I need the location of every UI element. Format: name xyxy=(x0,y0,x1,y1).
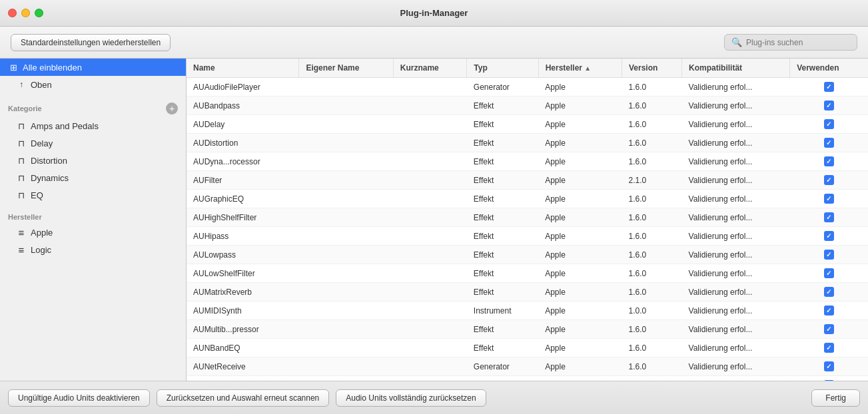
table-row: AUGraphicEQ Effekt Apple 1.6.0 Validieru… xyxy=(187,190,868,208)
sidebar: ⊞ Alle einblenden ↑ Oben Kategorie + Amp… xyxy=(0,59,187,381)
cell-manufacturer: Apple xyxy=(538,97,622,115)
cell-use[interactable] xyxy=(790,190,868,208)
use-checkbox[interactable] xyxy=(824,194,834,204)
use-checkbox[interactable] xyxy=(824,231,834,241)
use-checkbox[interactable] xyxy=(824,268,834,278)
use-checkbox[interactable] xyxy=(824,287,834,297)
cell-type: Effekt xyxy=(467,134,538,152)
cell-use[interactable] xyxy=(790,152,868,171)
use-checkbox[interactable] xyxy=(824,156,834,166)
sidebar-item-all[interactable]: ⊞ Alle einblenden xyxy=(0,59,186,76)
use-checkbox[interactable] xyxy=(824,175,834,185)
cell-use[interactable] xyxy=(790,302,868,320)
use-checkbox[interactable] xyxy=(824,324,834,334)
cell-type: Effekt xyxy=(467,320,538,339)
reset-defaults-button[interactable]: Standardeinstellungen wiederherstellen xyxy=(11,34,171,51)
cell-short-name xyxy=(393,134,467,152)
sidebar-item-up[interactable]: ↑ Oben xyxy=(0,76,186,93)
main-layout: ⊞ Alle einblenden ↑ Oben Kategorie + Amp… xyxy=(0,59,868,381)
sidebar-item-apple[interactable]: Apple xyxy=(0,224,186,241)
col-header-version[interactable]: Version xyxy=(622,59,682,78)
cell-type: Generator xyxy=(467,78,538,97)
col-header-kurzname[interactable]: Kurzname xyxy=(393,59,467,78)
search-input[interactable] xyxy=(746,38,850,47)
cell-name: AUFilter xyxy=(187,171,299,190)
deactivate-invalid-button[interactable]: Ungültige Audio Units deaktivieren xyxy=(8,389,150,407)
col-header-hersteller[interactable]: Hersteller ▲ xyxy=(538,59,622,78)
table-row: AUHighShelfFilter Effekt Apple 1.6.0 Val… xyxy=(187,208,868,227)
cell-short-name xyxy=(393,190,467,208)
sidebar-item-distortion[interactable]: Distortion xyxy=(0,152,186,169)
cell-type: Effekt xyxy=(467,246,538,264)
cell-name: AUAudioFilePlayer xyxy=(187,78,299,97)
cell-use[interactable] xyxy=(790,134,868,152)
cell-custom-name xyxy=(299,246,393,264)
cell-use[interactable] xyxy=(790,357,868,376)
cell-short-name xyxy=(393,171,467,190)
maximize-button[interactable] xyxy=(35,9,43,17)
sidebar-item-eq[interactable]: EQ xyxy=(0,186,186,204)
cell-name: AUMultib...pressor xyxy=(187,320,299,339)
sidebar-item-logic[interactable]: Logic xyxy=(0,241,186,258)
table-row: AUAudioFilePlayer Generator Apple 1.6.0 … xyxy=(187,78,868,97)
cell-use[interactable] xyxy=(790,376,868,381)
cell-use[interactable] xyxy=(790,171,868,190)
use-checkbox[interactable] xyxy=(824,212,834,222)
use-checkbox[interactable] xyxy=(824,343,834,353)
cell-type: Generator xyxy=(467,357,538,376)
cell-compatibility: Validierung erfol... xyxy=(682,97,790,115)
col-header-name[interactable]: Name xyxy=(187,59,299,78)
cell-custom-name xyxy=(299,115,393,134)
use-checkbox[interactable] xyxy=(824,306,834,315)
col-header-kompatibilitat[interactable]: Kompatibilität xyxy=(682,59,790,78)
use-checkbox[interactable] xyxy=(824,101,834,110)
cell-manufacturer: Apple xyxy=(538,208,622,227)
cell-use[interactable] xyxy=(790,97,868,115)
col-header-eigener-name[interactable]: Eigener Name xyxy=(299,59,393,78)
done-button[interactable]: Fertig xyxy=(811,389,860,407)
cell-compatibility: Validierung erfol... xyxy=(682,320,790,339)
window-title: Plug-in-Manager xyxy=(400,8,468,18)
minimize-button[interactable] xyxy=(21,9,30,17)
close-button[interactable] xyxy=(8,9,17,17)
reset-scan-button[interactable]: Zurücksetzen und Auswahl erneut scannen xyxy=(157,389,329,407)
search-box[interactable]: 🔍 xyxy=(724,34,857,51)
cell-name: AUBandpass xyxy=(187,97,299,115)
use-checkbox[interactable] xyxy=(824,119,834,129)
use-checkbox[interactable] xyxy=(824,250,834,260)
cell-use[interactable] xyxy=(790,208,868,227)
sidebar-item-dynamics[interactable]: Dynamics xyxy=(0,169,186,186)
cell-use[interactable] xyxy=(790,227,868,246)
cell-use[interactable] xyxy=(790,283,868,302)
cell-short-name xyxy=(393,78,467,97)
table-row: AULowpass Effekt Apple 1.6.0 Validierung… xyxy=(187,246,868,264)
cell-use[interactable] xyxy=(790,339,868,357)
cell-manufacturer: Apple xyxy=(538,376,622,381)
cell-version: 1.6.0 xyxy=(622,78,682,97)
sidebar-item-amps[interactable]: Amps and Pedals xyxy=(0,117,186,134)
cell-name: AUDyna...rocessor xyxy=(187,152,299,171)
cell-use[interactable] xyxy=(790,246,868,264)
cell-manufacturer: Apple xyxy=(538,283,622,302)
manufacturer-label: Hersteller xyxy=(8,213,42,221)
cell-custom-name xyxy=(299,283,393,302)
sidebar-item-delay[interactable]: Delay xyxy=(0,134,186,152)
cell-use[interactable] xyxy=(790,264,868,283)
table-row: AUDyna...rocessor Effekt Apple 1.6.0 Val… xyxy=(187,152,868,171)
cell-use[interactable] xyxy=(790,320,868,339)
cell-use[interactable] xyxy=(790,78,868,97)
col-header-verwenden[interactable]: Verwenden xyxy=(790,59,868,78)
use-checkbox[interactable] xyxy=(824,82,834,92)
add-category-button[interactable]: + xyxy=(166,103,178,114)
reset-all-button[interactable]: Audio Units vollständig zurücksetzen xyxy=(336,389,486,407)
cell-custom-name xyxy=(299,171,393,190)
cell-compatibility: Validierung erfol... xyxy=(682,246,790,264)
col-header-typ[interactable]: Typ xyxy=(467,59,538,78)
cell-custom-name xyxy=(299,264,393,283)
use-checkbox[interactable] xyxy=(824,361,834,371)
toolbar: Standardeinstellungen wiederherstellen 🔍 xyxy=(0,27,868,59)
cell-short-name xyxy=(393,246,467,264)
table-wrapper[interactable]: Name Eigener Name Kurzname Typ Herstelle… xyxy=(187,59,868,381)
cell-use[interactable] xyxy=(790,115,868,134)
use-checkbox[interactable] xyxy=(824,138,834,148)
